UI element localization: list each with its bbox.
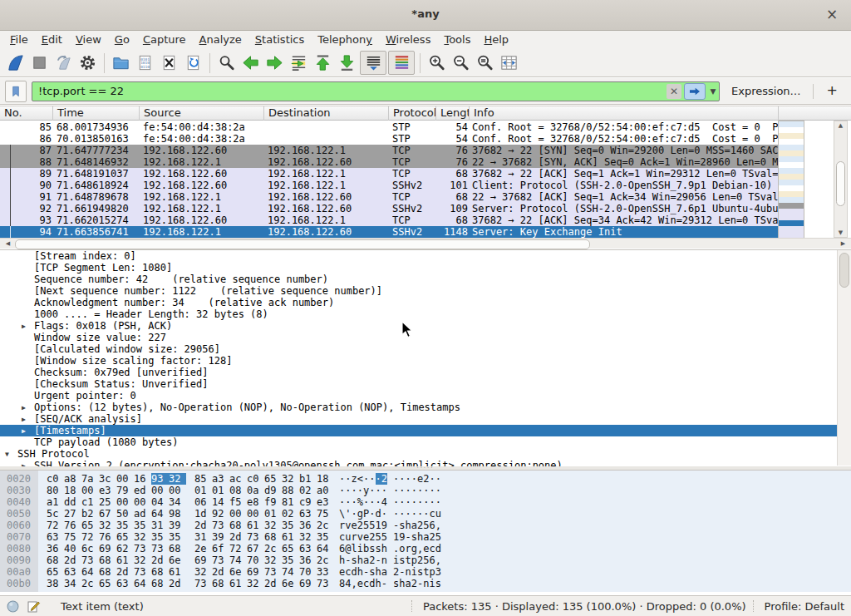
start-capture-button[interactable] (4, 52, 27, 74)
filter-clear-icon[interactable]: ✕ (667, 84, 681, 99)
expand-icon[interactable]: ▶ (22, 402, 34, 414)
menu-file[interactable]: File (3, 31, 35, 49)
packet-list-vscrollbar[interactable]: ▲ ▼ (834, 121, 848, 238)
menu-help[interactable]: Help (477, 31, 515, 49)
zoom-original-button[interactable] (474, 52, 496, 74)
detail-line[interactable]: [Checksum Status: Unverified] (0, 378, 851, 390)
column-header-time[interactable]: Time (53, 106, 140, 121)
detail-line[interactable]: Sequence number: 42 (relative sequence n… (0, 274, 851, 285)
scroll-right-icon[interactable]: ▶ (837, 239, 849, 249)
filter-add-button[interactable]: + (819, 82, 846, 100)
expert-info-icon[interactable] (7, 600, 19, 613)
capture-comment-icon[interactable] (27, 600, 41, 613)
column-header-destination[interactable]: Destination (264, 106, 389, 121)
hex-row-0070[interactable]: 0070637572766532353531392d7368613235curv… (0, 531, 851, 543)
go-last-button[interactable] (336, 52, 358, 74)
column-header-info[interactable]: Info (470, 106, 779, 121)
hex-row-0030[interactable]: 0030801800e379ed00000101080ad98802a0····… (0, 485, 851, 496)
go-first-button[interactable] (312, 52, 334, 74)
menu-telephony[interactable]: Telephony (311, 31, 379, 49)
display-filter-field[interactable]: ✕ ▼ (32, 81, 720, 101)
hex-row-0080[interactable]: 008036406c69627373682e6f72672c6563646@li… (0, 543, 851, 554)
menu-analyze[interactable]: Analyze (193, 31, 248, 49)
detail-line[interactable]: ▼SSH Protocol (0, 448, 851, 460)
packet-row-94[interactable]: 9471.663856741192.168.122.1192.168.122.6… (0, 226, 779, 238)
close-file-button[interactable] (158, 52, 180, 74)
packet-row-89[interactable]: 8971.648191037192.168.122.60192.168.122.… (0, 168, 779, 180)
hex-row-00b0[interactable]: 00b038342c656364682d736861322d6e697384,e… (0, 578, 851, 589)
column-header-no[interactable]: No. (0, 106, 53, 121)
detail-line[interactable]: Acknowledgment number: 34 (relative ack … (0, 297, 851, 308)
detail-line[interactable]: ▶[Timestamps] (0, 425, 851, 436)
column-header-protocol[interactable]: Protocol (389, 106, 436, 121)
packet-list-hscrollbar[interactable]: ◀ ▶ (0, 238, 851, 249)
packet-list-minimap[interactable] (779, 121, 804, 238)
go-to-packet-button[interactable] (288, 52, 310, 74)
scroll-up-icon[interactable]: ▲ (834, 122, 847, 129)
menu-edit[interactable]: Edit (35, 31, 69, 49)
packet-row-85[interactable]: 8568.001734936fe:54:00:d4:38:2aSTP54Conf… (0, 121, 779, 133)
hex-row-0060[interactable]: 006072766532353531392d7368613235362crve2… (0, 520, 851, 531)
hex-row-0090[interactable]: 0090682d736861322d6e697374703235362ch-sh… (0, 554, 851, 566)
stop-capture-button[interactable] (28, 52, 51, 74)
packet-row-87[interactable]: 8771.647777234192.168.122.60192.168.122.… (0, 145, 779, 156)
restart-capture-button[interactable] (52, 52, 75, 74)
scrollbar-thumb[interactable] (836, 161, 845, 206)
auto-scroll-button[interactable] (360, 51, 386, 75)
detail-line[interactable]: ▶[SEQ/ACK analysis] (0, 413, 851, 425)
status-profile[interactable]: Profile: Default (765, 600, 844, 613)
expand-icon[interactable]: ▶ (22, 426, 34, 437)
menu-go[interactable]: Go (108, 31, 136, 49)
filter-apply-icon[interactable] (684, 83, 706, 100)
packet-row-88[interactable]: 8871.648146932192.168.122.1192.168.122.6… (0, 156, 779, 168)
packet-row-92[interactable]: 9271.661949820192.168.122.1192.168.122.6… (0, 203, 779, 214)
detail-line[interactable]: 1000 .... = Header Length: 32 bytes (8) (0, 308, 851, 320)
expression-button[interactable]: Expression… (725, 85, 808, 97)
close-window-icon[interactable]: × (823, 5, 841, 23)
menu-statistics[interactable]: Statistics (248, 31, 311, 49)
find-packet-button[interactable] (215, 52, 238, 74)
detail-line[interactable]: TCP payload (1080 bytes) (0, 436, 851, 448)
hex-row-00a0[interactable]: 00a0656364682d736861322d6e6973747033ecdh… (0, 566, 851, 578)
expand-icon[interactable]: ▶ (22, 461, 34, 466)
packet-row-91[interactable]: 9171.648789678192.168.122.1192.168.122.6… (0, 191, 779, 203)
hex-row-0020[interactable]: 0020c0a87a3c0016933285a3acc06532b118··z<… (0, 473, 851, 485)
filter-history-dropdown-icon[interactable]: ▼ (707, 87, 719, 96)
packet-row-86[interactable]: 8670.013850163fe:54:00:d4:38:2aSTP54Conf… (0, 133, 779, 145)
scroll-left-icon[interactable]: ◀ (2, 239, 14, 249)
expand-icon[interactable]: ▶ (22, 321, 34, 333)
open-file-button[interactable] (110, 52, 132, 74)
zoom-out-button[interactable] (450, 52, 472, 74)
scrollbar-thumb[interactable] (839, 253, 849, 288)
details-vscrollbar[interactable] (837, 250, 851, 466)
detail-line[interactable]: Checksum: 0x79ed [unverified] (0, 367, 851, 378)
detail-line[interactable]: [Stream index: 0] (0, 250, 851, 262)
detail-line[interactable]: ▶Options: (12 bytes), No-Operation (NOP)… (0, 402, 851, 413)
packet-row-93[interactable]: 9371.662015274192.168.122.60192.168.122.… (0, 214, 779, 226)
menu-tools[interactable]: Tools (437, 31, 477, 49)
save-file-button[interactable]: 010110100110 (134, 52, 156, 74)
go-back-button[interactable] (239, 52, 262, 74)
scrollbar-thumb[interactable] (15, 239, 590, 249)
detail-line[interactable]: Urgent pointer: 0 (0, 390, 851, 402)
detail-line[interactable]: ▶Flags: 0x018 (PSH, ACK) (0, 320, 851, 332)
reload-file-button[interactable] (182, 52, 204, 74)
column-header-source[interactable]: Source (140, 106, 264, 121)
colorize-button[interactable] (388, 51, 415, 75)
title-bar[interactable]: *any × (0, 0, 851, 31)
filter-bookmark-button[interactable] (5, 81, 27, 102)
go-forward-button[interactable] (263, 52, 286, 74)
zoom-in-button[interactable] (426, 52, 448, 74)
resize-columns-button[interactable] (498, 52, 520, 74)
detail-line[interactable]: Window size value: 227 (0, 332, 851, 343)
capture-options-button[interactable] (76, 52, 99, 74)
detail-line[interactable]: [TCP Segment Len: 1080] (0, 262, 851, 274)
detail-line[interactable]: [Calculated window size: 29056] (0, 343, 851, 355)
column-header-length[interactable]: Length (436, 106, 470, 121)
packet-row-90[interactable]: 9071.648618924192.168.122.60192.168.122.… (0, 180, 779, 191)
detail-line[interactable]: [Next sequence number: 1122 (relative se… (0, 285, 851, 297)
menu-view[interactable]: View (69, 31, 108, 49)
detail-line[interactable]: [Window size scaling factor: 128] (0, 355, 851, 367)
hex-row-0050[interactable]: 00505c27b26750ad64981d92000001026375\'·g… (0, 508, 851, 520)
scroll-down-icon[interactable]: ▼ (834, 229, 847, 236)
